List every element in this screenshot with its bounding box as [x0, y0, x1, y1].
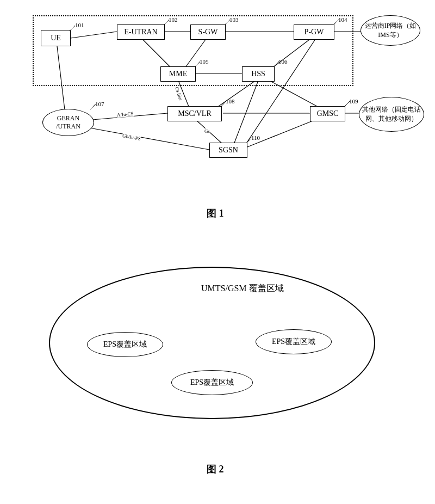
eps-coverage-2: EPS覆盖区域	[256, 329, 332, 354]
label: MME	[169, 70, 187, 78]
label: 其他网络（固定电话网、其他移动网）	[362, 105, 421, 124]
node-msc-vlr: MSC/VLR	[167, 106, 222, 121]
svg-line-11	[90, 128, 209, 150]
num-sgsn: 110	[251, 134, 260, 141]
label: EPS覆盖区域	[190, 378, 234, 388]
svg-line-8	[57, 46, 65, 114]
num-pgw: 104	[338, 16, 347, 23]
node-eutran: E-UTRAN	[117, 24, 165, 40]
label: GMSC	[317, 109, 339, 118]
num-ue: 101	[75, 22, 84, 28]
svg-line-4	[141, 38, 171, 68]
num-mme: 105	[200, 58, 209, 65]
eps-coverage-3: EPS覆盖区域	[171, 370, 253, 395]
figure2-caption: 图 2	[207, 463, 224, 476]
node-ue: UE	[41, 30, 71, 46]
figure-1: UE 101 E-UTRAN 102 S-GW 103 P-GW 104 MME…	[33, 5, 402, 185]
label: SGSN	[219, 146, 238, 155]
num-mscvlr: 108	[226, 98, 235, 105]
num-hss: 106	[278, 58, 288, 65]
label: HSS	[251, 70, 265, 78]
eps-coverage-1: EPS覆盖区域	[87, 332, 163, 357]
num-geran: 107	[95, 101, 104, 107]
figure1-caption: 图 1	[207, 207, 224, 220]
node-sgsn: SGSN	[209, 143, 247, 158]
node-mme: MME	[160, 66, 196, 82]
num-eutran: 102	[169, 16, 178, 23]
edge-label-gs: Gs	[204, 128, 210, 134]
node-geran-utran: GERAN /UTRAN	[42, 109, 94, 136]
num-sgw: 103	[229, 16, 239, 23]
node-sgw: S-GW	[190, 24, 226, 40]
label: MSC/VLR	[178, 109, 211, 118]
label: P-GW	[304, 28, 324, 36]
label: EPS覆盖区域	[103, 340, 147, 349]
num-gmsc: 109	[349, 98, 358, 105]
svg-line-0	[71, 32, 117, 38]
node-gmsc: GMSC	[310, 106, 345, 121]
label: S-GW	[198, 28, 218, 36]
figure-2: UMTS/GSM 覆盖区域 EPS覆盖区域 EPS覆盖区域 EPS覆盖区域	[49, 267, 386, 441]
label: 运营商IP网络（如IMS等）	[363, 21, 418, 40]
node-hss: HSS	[242, 66, 275, 82]
svg-line-17	[245, 39, 315, 146]
label: EPS覆盖区域	[272, 337, 315, 347]
svg-line-18	[266, 79, 320, 108]
node-other-networks: 其他网络（固定电话网、其他移动网）	[359, 97, 424, 132]
node-pgw: P-GW	[294, 24, 334, 40]
label: E-UTRAN	[124, 28, 157, 36]
label: GERAN /UTRAN	[56, 114, 80, 131]
umts-gsm-label: UMTS/GSM 覆盖区域	[201, 283, 284, 294]
label: UE	[51, 34, 61, 42]
svg-line-16	[247, 120, 315, 147]
node-operator-ip-network: 运营商IP网络（如IMS等）	[361, 15, 420, 46]
